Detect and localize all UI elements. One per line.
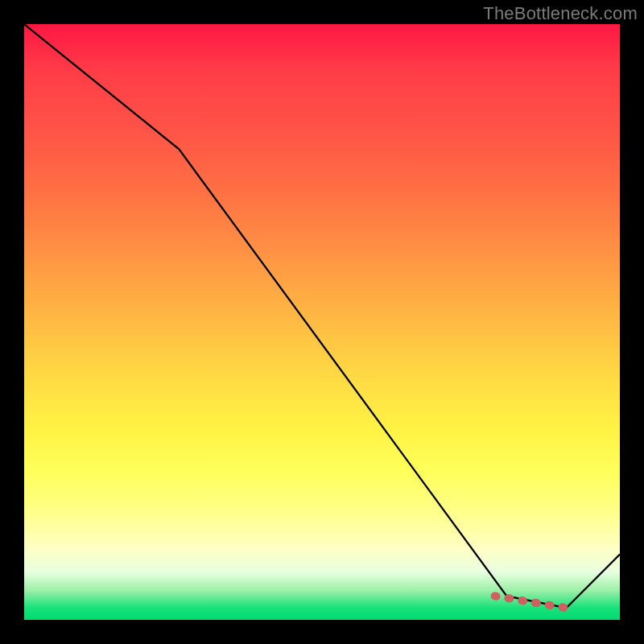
chart-svg <box>24 24 620 620</box>
attribution-text: TheBottleneck.com <box>483 3 638 24</box>
main-line <box>24 24 620 608</box>
chart-container: TheBottleneck.com <box>0 0 644 644</box>
plot-area <box>24 24 620 620</box>
